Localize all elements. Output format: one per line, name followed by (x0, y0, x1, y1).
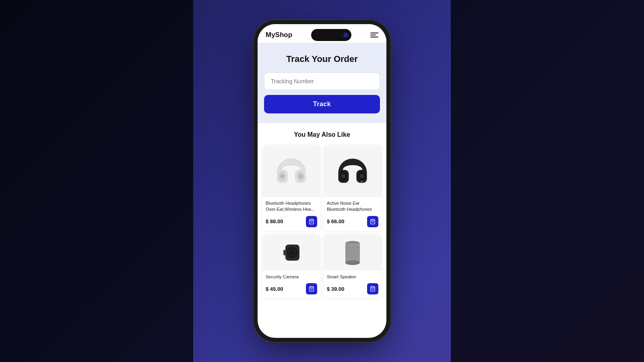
svg-point-8 (360, 174, 364, 178)
product-info-3: Security Camera $ 45.00 (262, 271, 320, 298)
cart-icon-4 (370, 286, 376, 292)
product-name-3: Security Camera (266, 274, 317, 280)
product-footer-1: $ 88.00 (266, 216, 317, 227)
product-card-2: Active Noise Ear Bluetooth Headphones $ … (324, 145, 382, 231)
headphone-black-svg (334, 153, 371, 189)
menu-icon[interactable] (370, 33, 378, 37)
cart-icon-2 (370, 219, 376, 224)
svg-point-9 (361, 181, 363, 183)
app-title: MyShop (266, 31, 292, 39)
svg-point-2 (280, 174, 284, 178)
products-grid: Bluetooth Headphones Over-Ear,Wireless H… (262, 145, 382, 298)
svg-rect-16 (283, 250, 287, 255)
right-panel (451, 0, 644, 362)
product-footer-4: $ 39.00 (327, 283, 378, 294)
headphone-white-svg (273, 153, 310, 189)
product-name-2: Active Noise Ear Bluetooth Headphones (327, 200, 378, 213)
cart-icon-3 (309, 286, 314, 292)
phone-frame: MyShop Track Your Order Track You May Al… (258, 24, 386, 338)
recommendations-section: You May Also Like (258, 123, 386, 303)
svg-rect-19 (345, 243, 360, 263)
track-heading: Track Your Order (264, 54, 380, 64)
product-image-4 (324, 234, 382, 271)
product-name-4: Smart Speaker (327, 274, 378, 280)
notch-pill (311, 29, 351, 41)
track-button[interactable]: Track (264, 95, 380, 113)
product-card-4: Smart Speaker $ 39.00 (324, 234, 382, 298)
product-image-3 (262, 234, 320, 271)
product-price-4: $ 39.00 (327, 286, 344, 292)
top-bar: MyShop (258, 24, 386, 43)
product-footer-3: $ 45.00 (266, 283, 317, 294)
recommendations-heading: You May Also Like (262, 131, 382, 138)
product-info-1: Bluetooth Headphones Over-Ear,Wireless H… (262, 197, 320, 231)
speaker-svg (342, 239, 364, 267)
add-to-cart-btn-1[interactable] (306, 216, 317, 227)
svg-point-15 (291, 252, 293, 253)
add-to-cart-btn-3[interactable] (306, 283, 317, 294)
camera-notch (343, 33, 348, 37)
phone-content: Track Your Order Track You May Also Like (258, 43, 386, 338)
add-to-cart-btn-2[interactable] (367, 216, 378, 227)
product-price-2: $ 66.00 (327, 218, 344, 224)
product-card-3: Security Camera $ 45.00 (262, 234, 320, 298)
svg-point-7 (341, 174, 345, 178)
tracking-number-input[interactable] (264, 72, 380, 90)
camera-svg (277, 239, 305, 267)
track-section: Track Your Order Track (258, 43, 386, 123)
product-footer-2: $ 66.00 (327, 216, 378, 227)
product-image-1 (262, 145, 320, 197)
svg-point-20 (345, 260, 360, 265)
product-info-2: Active Noise Ear Bluetooth Headphones $ … (324, 197, 382, 231)
product-image-2 (324, 145, 382, 197)
svg-point-3 (299, 174, 303, 178)
cart-icon-1 (309, 219, 314, 224)
product-price-1: $ 88.00 (266, 218, 283, 224)
product-price-3: $ 45.00 (266, 286, 283, 292)
left-panel (0, 0, 193, 362)
product-info-4: Smart Speaker $ 39.00 (324, 271, 382, 298)
add-to-cart-btn-4[interactable] (367, 283, 378, 294)
product-name-1: Bluetooth Headphones Over-Ear,Wireless H… (266, 200, 317, 213)
product-card-1: Bluetooth Headphones Over-Ear,Wireless H… (262, 145, 320, 231)
